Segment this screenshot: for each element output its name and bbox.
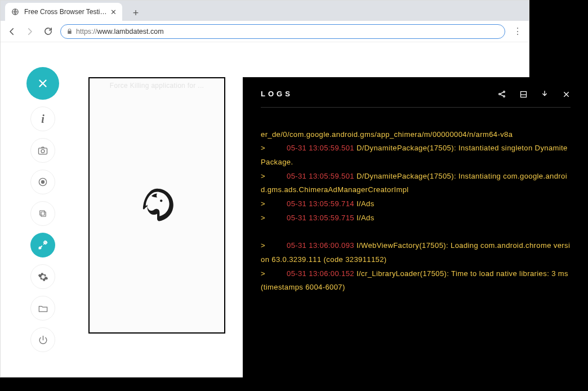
tab-title: Free Cross Browser Testing Clou bbox=[24, 8, 107, 16]
logs-header: LOGS bbox=[261, 87, 571, 108]
device-status-text: Force Killing application for ... bbox=[90, 82, 224, 90]
download-icon[interactable] bbox=[540, 90, 549, 99]
svg-rect-5 bbox=[41, 212, 46, 216]
browser-more-icon[interactable]: ⋮ bbox=[512, 26, 523, 37]
record-button[interactable] bbox=[30, 170, 55, 194]
power-icon bbox=[38, 335, 48, 345]
svg-rect-6 bbox=[40, 211, 44, 215]
log-line: >05-31 13:05:59.501 D/DynamitePackage(17… bbox=[261, 141, 571, 169]
log-line: >05-31 13:05:59.501 D/DynamitePackage(17… bbox=[261, 170, 571, 197]
svg-point-10 bbox=[504, 91, 505, 93]
forward-button[interactable] bbox=[24, 26, 35, 37]
layout-icon[interactable] bbox=[519, 90, 528, 99]
folder-icon bbox=[38, 303, 48, 314]
info-icon: i bbox=[41, 113, 44, 126]
log-line bbox=[261, 225, 571, 239]
svg-point-8 bbox=[160, 199, 162, 202]
share-icon[interactable] bbox=[497, 90, 506, 99]
device-frame: Force Killing application for ... bbox=[88, 77, 225, 334]
url-input[interactable]: https://www.lambdatest.com bbox=[60, 24, 505, 39]
browser-window: Free Cross Browser Testing Clou ✕ + http… bbox=[0, 0, 529, 377]
log-line: >05-31 13:05:59.714 I/Ads bbox=[261, 197, 571, 211]
url-protocol: https:// bbox=[76, 28, 97, 35]
settings-button[interactable] bbox=[30, 264, 55, 289]
info-button[interactable]: i bbox=[30, 106, 55, 131]
tab-favicon-icon bbox=[11, 7, 20, 16]
new-tab-button[interactable]: + bbox=[128, 5, 144, 21]
reload-button[interactable] bbox=[42, 26, 54, 37]
log-line: er_de/0/com.google.android.gms/app_chime… bbox=[261, 128, 571, 142]
copy-icon bbox=[38, 208, 48, 219]
files-button[interactable] bbox=[30, 296, 55, 321]
page-content: i Force Killing bbox=[1, 42, 529, 377]
firefox-icon bbox=[137, 185, 177, 226]
svg-point-2 bbox=[41, 149, 44, 153]
back-button[interactable] bbox=[6, 26, 17, 37]
tab-close-icon[interactable]: ✕ bbox=[110, 8, 117, 16]
svg-point-9 bbox=[499, 94, 501, 95]
copy-button[interactable] bbox=[30, 201, 55, 226]
log-line: >05-31 13:06:00.093 I/WebViewFactory(175… bbox=[261, 239, 571, 266]
left-rail: i bbox=[26, 67, 59, 352]
lock-icon bbox=[66, 28, 73, 34]
logs-actions bbox=[497, 90, 571, 99]
browser-tab[interactable]: Free Cross Browser Testing Clou ✕ bbox=[5, 3, 122, 21]
record-icon bbox=[37, 176, 48, 188]
svg-point-4 bbox=[42, 181, 44, 184]
log-line: >05-31 13:06:00.152 I/cr_LibraryLoader(1… bbox=[261, 267, 571, 295]
screenshot-button[interactable] bbox=[30, 138, 55, 163]
tools-icon bbox=[37, 239, 48, 251]
svg-rect-1 bbox=[39, 148, 47, 154]
devtools-button[interactable] bbox=[30, 233, 55, 257]
tab-bar: Free Cross Browser Testing Clou ✕ + bbox=[1, 1, 529, 21]
log-line: >05-31 13:05:59.715 I/Ads bbox=[261, 211, 571, 225]
power-button[interactable] bbox=[30, 327, 55, 352]
logs-title: LOGS bbox=[261, 87, 293, 101]
logs-body[interactable]: er_de/0/com.google.android.gms/app_chime… bbox=[261, 128, 571, 295]
gear-icon bbox=[38, 272, 48, 282]
svg-point-11 bbox=[504, 96, 505, 97]
close-session-button[interactable] bbox=[26, 67, 59, 100]
logs-panel: LOGS er_de/0/com.google.andro bbox=[243, 77, 588, 387]
close-logs-icon[interactable] bbox=[562, 90, 571, 99]
url-host: www.lambdatest.com bbox=[97, 28, 164, 35]
camera-icon bbox=[37, 145, 48, 156]
address-bar: https://www.lambdatest.com ⋮ bbox=[1, 21, 529, 42]
